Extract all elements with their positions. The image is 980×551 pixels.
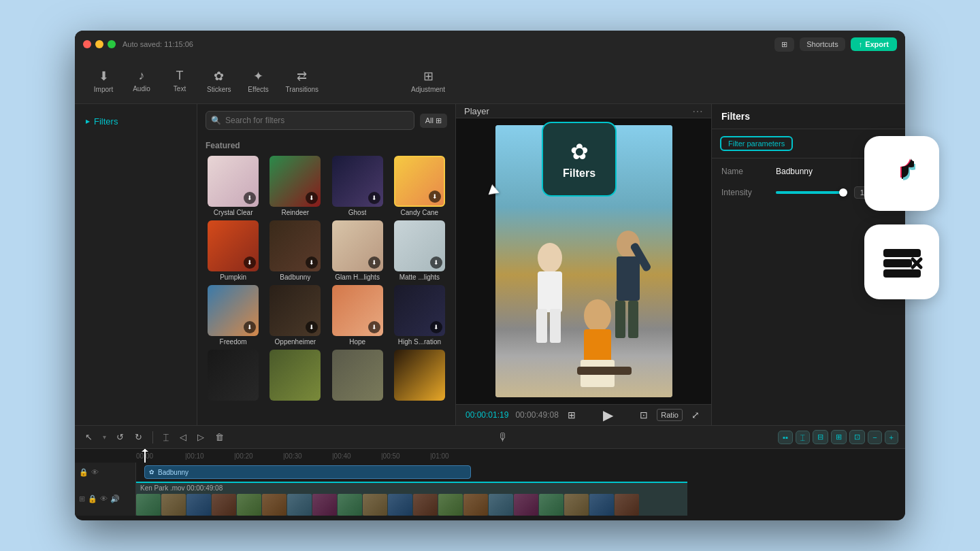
filter-clip[interactable]: ✿ Badbunny: [144, 465, 471, 479]
add-video-button[interactable]: ▪▪: [778, 431, 793, 444]
tool-stickers[interactable]: ✿ Stickers: [200, 65, 238, 97]
filter-candy-cane[interactable]: ⬇ Candy Cane: [391, 156, 448, 216]
intensity-label: Intensity: [721, 188, 769, 197]
filter-badbunny[interactable]: ⬇ Badbunny: [266, 220, 324, 281]
film-frame-4: [212, 494, 236, 516]
track-lock-icon[interactable]: 🔒: [79, 468, 88, 477]
tool-import-label: Import: [94, 86, 113, 93]
ruler-mark-60: |01:00: [430, 452, 479, 460]
undo-tl-button[interactable]: ↺: [113, 430, 127, 444]
filter-matte[interactable]: ⬇ Matte ...lights: [391, 220, 448, 281]
tool-adjustment[interactable]: ⊞ Adjustment: [404, 65, 452, 97]
fullscreen-button[interactable]: [108, 40, 116, 48]
svg-rect-11: [628, 301, 638, 338]
filter-ghost-name: Ghost: [348, 209, 367, 216]
video-track-group-icon[interactable]: ⊞: [79, 495, 85, 503]
filter-hope-thumb: ⬇: [332, 285, 383, 336]
film-frame-14: [463, 494, 488, 516]
filter-glam[interactable]: ⬇ Glam H...lights: [329, 220, 387, 281]
timeline-toolbar: ↖ ▾ ↺ ↻ ⌶ ◁ ▷ 🗑 🎙 ▪▪ ⌶ ⊟ ⊞ ⊡ − +: [75, 426, 905, 449]
filter-high-saturation[interactable]: ⬇ High S...ration: [391, 285, 448, 346]
tool-effects[interactable]: ✦ Effects: [241, 65, 276, 97]
filter-row4d[interactable]: [391, 350, 448, 403]
filter-pumpkin[interactable]: ⬇ Pumpkin: [204, 220, 262, 281]
track-eye-icon[interactable]: 👁: [91, 468, 99, 476]
fullscreen-button[interactable]: ⤢: [689, 407, 702, 422]
select-tool[interactable]: ↖: [82, 430, 96, 444]
video-track-eye-icon[interactable]: 👁: [100, 495, 108, 503]
filter-row4b[interactable]: [266, 350, 324, 403]
tool-audio[interactable]: ♪ Audio: [124, 65, 159, 97]
filter-freedom[interactable]: ⬇ Freedom: [204, 285, 262, 346]
zoom-out-button[interactable]: −: [868, 431, 881, 444]
filter-crystal-clear[interactable]: ⬇ Crystal Clear: [204, 156, 262, 216]
player-title: Player: [464, 106, 489, 116]
filter-row4d-thumb: [394, 350, 445, 401]
intensity-slider[interactable]: [776, 187, 847, 198]
split-button[interactable]: ⌶: [160, 430, 172, 444]
filter-row4a-thumb: [208, 350, 259, 401]
import-icon: ⬇: [99, 69, 109, 84]
filter-row4a[interactable]: [204, 350, 262, 403]
select-dropdown[interactable]: ▾: [100, 432, 109, 442]
filter-oppenheimer[interactable]: ⬇ Oppenheimer: [266, 285, 324, 346]
timeline-ruler: 00:00 |00:10 |00:20 |00:30 |00:40 |00:50…: [75, 449, 905, 463]
ruler-mark-20: |00:20: [234, 452, 283, 460]
filter-all-button[interactable]: All ⊞: [420, 114, 447, 128]
filter-hope-download: ⬇: [368, 321, 380, 333]
name-label: Name: [721, 167, 769, 176]
shortcuts-button[interactable]: Shortcuts: [800, 37, 845, 51]
screenshot-button[interactable]: ⊡: [638, 407, 650, 422]
film-frame-15: [489, 494, 513, 516]
ratio-button[interactable]: Ratio: [657, 409, 683, 421]
filter-reindeer[interactable]: ⬇ Reindeer: [266, 156, 324, 216]
adjustment-icon: ⊞: [423, 69, 434, 84]
video-clip[interactable]: Ken Park .mov 00:00:49:08: [136, 482, 687, 516]
export-button[interactable]: ↑ Export: [851, 37, 897, 51]
player-total-time: 00:00:49:08: [515, 410, 558, 420]
sidebar-item-filters[interactable]: Filters: [75, 111, 197, 132]
tool-adjustment-label: Adjustment: [411, 86, 445, 93]
filter-parameters-button[interactable]: Filter parameters: [720, 136, 793, 151]
filter-row4c[interactable]: [329, 350, 387, 403]
filter-ghost[interactable]: ⬇ Ghost: [329, 156, 387, 216]
layout-button[interactable]: ⊞: [774, 37, 794, 52]
tool-text[interactable]: T Text: [162, 65, 197, 97]
player-header: Player ⋯: [456, 104, 711, 118]
minimize-button[interactable]: [95, 40, 103, 48]
video-track-audio-icon[interactable]: 🔊: [110, 495, 120, 503]
filter-hope[interactable]: ⬇ Hope: [329, 285, 387, 346]
filter-track-row: 🔒 👁 ✿ Badbunny: [75, 463, 905, 482]
player-menu-icon[interactable]: ⋯: [692, 105, 703, 118]
crop-button[interactable]: ⊟: [813, 430, 828, 444]
toolbar: ⬇ Import ♪ Audio T Text ✿ Stickers ✦ Eff…: [75, 58, 905, 104]
video-track-lock-icon[interactable]: 🔒: [88, 495, 97, 503]
filter-reindeer-download: ⬇: [306, 192, 318, 204]
trim-out-button[interactable]: ▷: [194, 430, 208, 444]
redo-tl-button[interactable]: ↻: [131, 430, 146, 444]
grid-view-button[interactable]: ⊞: [566, 407, 578, 422]
tool-transitions[interactable]: ⇄ Transitions: [279, 65, 326, 97]
mic-button[interactable]: 🎙: [497, 431, 508, 444]
picture-in-picture[interactable]: ⊡: [849, 430, 865, 444]
tool-import[interactable]: ⬇ Import: [86, 65, 121, 97]
play-button[interactable]: ▶: [601, 405, 615, 425]
zoom-in-button[interactable]: +: [885, 431, 898, 444]
split-video-button[interactable]: ⌶: [796, 431, 810, 444]
filter-grid: ⬇ Crystal Clear ⬇ Reindeer ⬇ Ghost: [197, 153, 455, 405]
filter-search-input[interactable]: [206, 111, 414, 130]
insert-button[interactable]: ⊞: [831, 430, 847, 444]
tool-stickers-label: Stickers: [207, 86, 231, 93]
film-frame-11: [388, 494, 412, 516]
close-button[interactable]: [83, 40, 91, 48]
delete-button[interactable]: 🗑: [212, 430, 227, 444]
film-frame-10: [363, 494, 387, 516]
rp-header: Filters: [712, 104, 905, 129]
main-content: Filters 🔍 All ⊞ Featured ⬇: [75, 104, 905, 425]
filters-tooltip[interactable]: ✿ Filters: [542, 122, 617, 197]
sidebar-filters-label: Filters: [94, 116, 118, 127]
filter-freedom-download: ⬇: [244, 321, 256, 333]
filter-reindeer-thumb: ⬇: [270, 156, 321, 207]
trim-in-button[interactable]: ◁: [176, 430, 190, 444]
filter-hope-name: Hope: [349, 338, 365, 346]
